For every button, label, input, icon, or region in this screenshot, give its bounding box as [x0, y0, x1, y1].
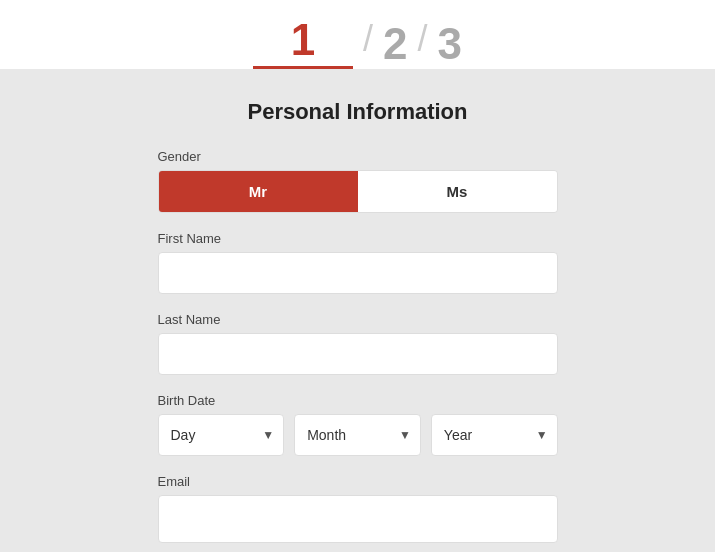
step-header: 1 / 2 / 3 [0, 0, 715, 69]
first-name-input[interactable] [158, 252, 558, 294]
year-select[interactable]: Year [431, 414, 558, 456]
step-1-number: 1 [291, 18, 315, 62]
step-1-underline [253, 66, 353, 69]
form-container: Personal Information Gender Mr Ms First … [158, 99, 558, 543]
day-select-wrapper: Day ▼ [158, 414, 285, 456]
month-select[interactable]: Month [294, 414, 421, 456]
email-label: Email [158, 474, 558, 489]
gender-label: Gender [158, 149, 558, 164]
birth-date-field-group: Birth Date Day ▼ Month ▼ Year [158, 393, 558, 456]
email-field-group: Email [158, 474, 558, 543]
step-1[interactable]: 1 [253, 18, 353, 69]
step-2-number: 2 [383, 22, 407, 66]
step-3[interactable]: 3 [438, 22, 462, 66]
last-name-field-group: Last Name [158, 312, 558, 375]
last-name-label: Last Name [158, 312, 558, 327]
month-select-wrapper: Month ▼ [294, 414, 421, 456]
email-input[interactable] [158, 495, 558, 543]
gender-ms-button[interactable]: Ms [358, 171, 557, 212]
step-separator-1: / [363, 21, 373, 57]
form-title: Personal Information [158, 99, 558, 125]
birth-date-row: Day ▼ Month ▼ Year ▼ [158, 414, 558, 456]
form-area: Personal Information Gender Mr Ms First … [0, 69, 715, 552]
gender-mr-button[interactable]: Mr [159, 171, 358, 212]
first-name-field-group: First Name [158, 231, 558, 294]
birth-date-label: Birth Date [158, 393, 558, 408]
gender-field-group: Gender Mr Ms [158, 149, 558, 213]
step-separator-2: / [418, 21, 428, 57]
day-select[interactable]: Day [158, 414, 285, 456]
step-3-number: 3 [438, 22, 462, 66]
step-2[interactable]: 2 [383, 22, 407, 66]
year-select-wrapper: Year ▼ [431, 414, 558, 456]
last-name-input[interactable] [158, 333, 558, 375]
first-name-label: First Name [158, 231, 558, 246]
gender-toggle: Mr Ms [158, 170, 558, 213]
